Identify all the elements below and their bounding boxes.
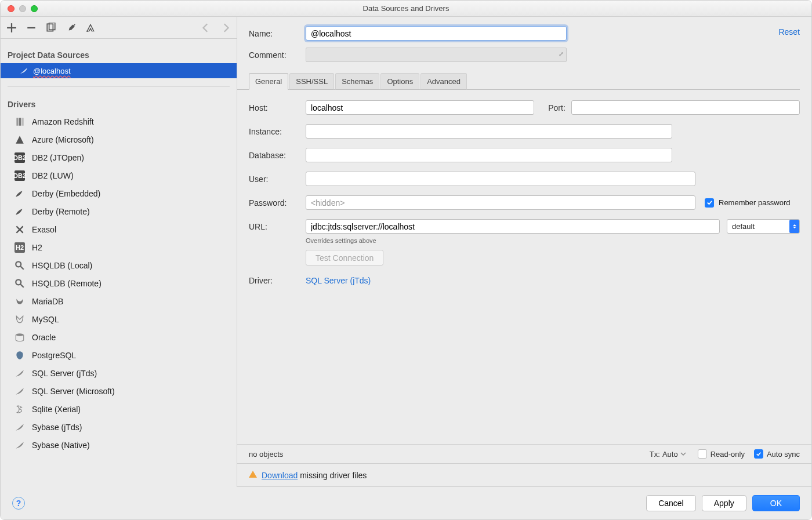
driver-item[interactable]: MySQL — [1, 310, 237, 328]
driver-label: SQL Server (jTds) — [32, 369, 97, 378]
autosync-checkbox[interactable]: Auto sync — [754, 449, 800, 459]
user-input[interactable] — [306, 172, 695, 186]
driver-label: MariaDB — [32, 297, 63, 306]
data-source-item[interactable]: @localhost — [1, 63, 237, 78]
driver-label: H2 — [32, 243, 42, 252]
name-label: Name: — [249, 29, 306, 38]
driver-item[interactable]: Exasol — [1, 220, 237, 238]
driver-label: Derby (Remote) — [32, 207, 90, 216]
nav-back-button[interactable] — [200, 21, 212, 34]
driver-label: SQL Server (Microsoft) — [32, 387, 115, 396]
driver-item[interactable]: Sybase (jTds) — [1, 418, 237, 436]
comment-input[interactable]: ⤢ — [306, 48, 567, 62]
driver-label: HSQLDB (Remote) — [32, 279, 102, 288]
driver-label: Driver: — [249, 276, 306, 285]
instance-input[interactable] — [306, 124, 672, 139]
no-objects-text: no objects — [249, 450, 283, 459]
window-title: Data Sources and Drivers — [1, 4, 811, 13]
ok-button[interactable]: OK — [752, 495, 800, 511]
database-input[interactable] — [306, 148, 672, 162]
user-label: User: — [249, 174, 306, 184]
readonly-checkbox[interactable]: Read-only — [698, 449, 745, 459]
tab-general[interactable]: General — [249, 73, 288, 90]
cancel-button[interactable]: Cancel — [646, 495, 696, 511]
nav-forward-button[interactable] — [219, 21, 232, 34]
add-button[interactable] — [5, 21, 18, 34]
driver-item[interactable]: HSQLDB (Remote) — [1, 274, 237, 292]
tab-options[interactable]: Options — [380, 73, 419, 90]
port-input[interactable] — [571, 100, 800, 115]
driver-label: Derby (Embedded) — [32, 189, 100, 198]
sidebar: Project Data Sources @localhost Drivers … — [1, 17, 237, 487]
override-hint: Overrides settings above — [306, 237, 800, 244]
driver-label: DB2 (JTOpen) — [32, 153, 84, 162]
settings-button[interactable] — [64, 21, 77, 34]
driver-item[interactable]: MariaDB — [1, 292, 237, 310]
download-suffix: missing driver files — [298, 471, 367, 480]
driver-label: PostgreSQL — [32, 351, 76, 360]
driver-label: Oracle — [32, 333, 56, 342]
driver-label: Exasol — [32, 225, 56, 234]
tab-schemas[interactable]: Schemas — [335, 73, 379, 90]
password-input[interactable] — [306, 195, 695, 210]
password-label: Password: — [249, 198, 306, 208]
driver-item[interactable]: Derby (Remote) — [1, 202, 237, 220]
driver-link[interactable]: SQL Server (jTds) — [306, 276, 371, 285]
remember-password-checkbox[interactable]: Remember password — [705, 198, 791, 208]
download-link[interactable]: Download — [262, 471, 298, 480]
driver-item[interactable]: Sybase (Native) — [1, 436, 237, 454]
svg-rect-7 — [21, 118, 23, 126]
expand-icon[interactable]: ⤢ — [559, 50, 564, 58]
driver-label: Sybase (jTds) — [32, 423, 82, 432]
driver-label: Amazon Redshift — [32, 117, 94, 126]
name-input[interactable] — [306, 26, 567, 41]
driver-item[interactable]: Derby (Embedded) — [1, 184, 237, 202]
help-button[interactable]: ? — [12, 497, 25, 510]
svg-rect-1 — [7, 27, 16, 28]
url-input[interactable] — [306, 219, 720, 234]
host-input[interactable] — [306, 100, 534, 115]
driver-label: Sqlite (Xerial) — [32, 405, 81, 414]
driver-item[interactable]: Amazon Redshift — [1, 112, 237, 130]
driver-item[interactable]: HSQLDB (Local) — [1, 256, 237, 274]
comment-label: Comment: — [249, 50, 306, 60]
titlebar: Data Sources and Drivers — [1, 1, 811, 17]
driver-item[interactable]: DB2DB2 (LUW) — [1, 166, 237, 184]
driver-label: Azure (Microsoft) — [32, 135, 94, 144]
checkbox-icon — [754, 449, 763, 459]
window-minimize-button[interactable] — [19, 5, 26, 12]
driver-item[interactable]: Azure (Microsoft) — [1, 130, 237, 148]
data-source-label: @localhost — [33, 67, 71, 75]
driver-item[interactable]: SQL Server (jTds) — [1, 364, 237, 382]
test-connection-button[interactable]: Test Connection — [306, 250, 383, 266]
driver-label: Sybase (Native) — [32, 441, 90, 450]
chevron-down-icon — [680, 451, 686, 457]
make-global-button[interactable] — [84, 21, 97, 34]
host-label: Host: — [249, 103, 306, 112]
driver-label: HSQLDB (Local) — [32, 261, 92, 270]
reset-link[interactable]: Reset — [778, 27, 800, 37]
main-panel: Reset Name: Comment: ⤢ General SSH/SSL S… — [237, 17, 811, 487]
driver-item[interactable]: PostgreSQL — [1, 346, 237, 364]
remove-button[interactable] — [25, 21, 38, 34]
driver-item[interactable]: SQL Server (Microsoft) — [1, 382, 237, 400]
tab-ssh-ssl[interactable]: SSH/SSL — [289, 73, 334, 90]
warning-icon — [249, 467, 257, 478]
tab-strip: General SSH/SSL Schemas Options Advanced — [237, 72, 800, 90]
window-close-button[interactable] — [8, 5, 14, 12]
driver-label: MySQL — [32, 315, 59, 324]
tab-advanced[interactable]: Advanced — [420, 73, 467, 90]
url-mode-value: default — [732, 222, 755, 231]
window-maximize-button[interactable] — [31, 5, 38, 12]
section-project-data-sources: Project Data Sources — [1, 46, 237, 63]
sqlserver-icon — [19, 66, 28, 75]
driver-item[interactable]: Sqlite (Xerial) — [1, 400, 237, 418]
svg-point-10 — [16, 333, 24, 336]
tx-mode-select[interactable]: Tx: Auto — [650, 450, 686, 459]
apply-button[interactable]: Apply — [702, 495, 746, 511]
duplicate-button[interactable] — [45, 21, 57, 34]
driver-item[interactable]: DB2DB2 (JTOpen) — [1, 148, 237, 166]
url-mode-select[interactable]: default — [727, 219, 800, 234]
driver-item[interactable]: H2H2 — [1, 238, 237, 256]
driver-item[interactable]: Oracle — [1, 328, 237, 346]
